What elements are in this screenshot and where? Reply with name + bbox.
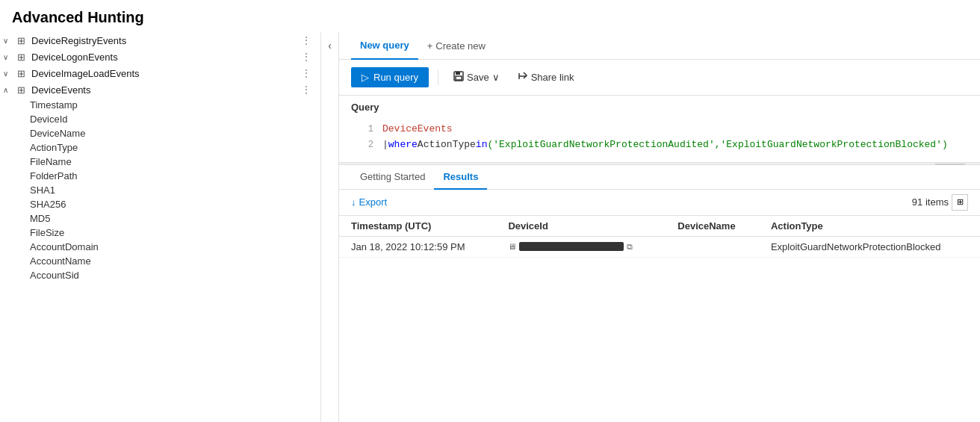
code-keyword-where: where xyxy=(388,137,418,153)
cell-devicename xyxy=(666,236,759,257)
code-editor[interactable]: 1 DeviceEvents 2 | where ActionType in (… xyxy=(351,116,968,159)
col-header: DeviceName xyxy=(666,216,759,237)
chevron-icon: ∨ xyxy=(3,69,15,78)
toolbar-separator xyxy=(438,70,438,85)
code-line-1: 1 DeviceEvents xyxy=(351,122,968,137)
save-label: Save xyxy=(467,72,489,83)
sidebar-child-item[interactable]: AccountDomain xyxy=(0,240,320,254)
resize-indicator xyxy=(935,164,965,165)
tab-getting-started[interactable]: Getting Started xyxy=(351,165,434,190)
table-icon: ⊞ xyxy=(15,35,27,46)
code-string-values: ('ExploitGuardNetworkProtectionAudited',… xyxy=(487,137,947,153)
table-header: Timestamp (UTC)DeviceIdDeviceNameActionT… xyxy=(339,216,980,237)
dots-menu-icon[interactable]: ⋮ xyxy=(298,51,314,63)
tabs-bar: New query + Create new xyxy=(339,32,980,60)
sidebar-child-item[interactable]: SHA256 xyxy=(0,197,320,211)
create-new-label: Create new xyxy=(435,40,485,52)
share-icon xyxy=(518,71,528,84)
sidebar-child-item[interactable]: Timestamp xyxy=(0,98,320,112)
computer-icon: 🖥 xyxy=(508,242,516,251)
results-table: Timestamp (UTC)DeviceIdDeviceNameActionT… xyxy=(339,216,980,422)
cell-timestamp: Jan 18, 2022 10:12:59 PM xyxy=(339,236,496,257)
results-tabs-bar: Getting Started Results xyxy=(339,165,980,190)
plus-icon: + xyxy=(427,40,433,52)
col-header: DeviceId xyxy=(496,216,666,237)
sidebar-child-item[interactable]: FileSize xyxy=(0,226,320,240)
run-query-label: Run query xyxy=(373,72,418,83)
share-link-button[interactable]: Share link xyxy=(512,68,580,87)
svg-rect-2 xyxy=(456,76,462,80)
sidebar-item-device-image-load[interactable]: ∨ ⊞ DeviceImageLoadEvents ⋮ xyxy=(0,65,320,81)
redacted-id-bar xyxy=(519,242,624,251)
table-icon: ⊞ xyxy=(15,68,27,78)
sidebar-child-item[interactable]: MD5 xyxy=(0,211,320,226)
items-count: 91 items ⊞ xyxy=(912,194,968,211)
copy-icon[interactable]: ⧉ xyxy=(627,242,633,252)
sidebar-item-label: DeviceImageLoadEvents xyxy=(31,68,140,79)
sidebar-item-label: DeviceEvents xyxy=(31,84,90,96)
svg-rect-1 xyxy=(456,72,460,75)
chevron-expanded-icon: ∧ xyxy=(3,86,15,94)
results-toolbar: ↓ Export 91 items ⊞ xyxy=(339,190,980,216)
dots-menu-icon[interactable]: ⋮ xyxy=(298,67,314,79)
sidebar-item-label: DeviceRegistryEvents xyxy=(31,35,126,46)
sidebar-child-item[interactable]: FileName xyxy=(0,155,320,169)
chevron-icon: ∨ xyxy=(3,37,15,45)
columns-picker-button[interactable]: ⊞ xyxy=(952,194,968,211)
export-icon: ↓ xyxy=(351,196,356,208)
sidebar-item-device-logon[interactable]: ∨ ⊞ DeviceLogonEvents ⋮ xyxy=(0,49,320,65)
query-label: Query xyxy=(351,102,968,113)
tab-new-query[interactable]: New query xyxy=(351,32,418,60)
dots-menu-icon[interactable]: ⋮ xyxy=(298,84,314,96)
sidebar-child-item[interactable]: DeviceId xyxy=(0,112,320,126)
page-title: Advanced Hunting xyxy=(0,0,980,32)
col-header: Timestamp (UTC) xyxy=(339,216,496,237)
sidebar-item-label: DeviceLogonEvents xyxy=(31,52,118,63)
collapse-sidebar-button[interactable]: ‹ xyxy=(321,32,339,422)
resize-handle[interactable] xyxy=(339,162,980,165)
export-button[interactable]: ↓ Export xyxy=(351,196,387,208)
results-section: Getting Started Results ↓ Export 91 item… xyxy=(339,165,980,422)
col-header: ActionType xyxy=(759,216,980,237)
code-line-2: 2 | where ActionType in ('ExploitGuardNe… xyxy=(351,137,968,153)
chevron-left-icon: ‹ xyxy=(328,40,332,52)
save-dropdown-icon: ∨ xyxy=(492,72,500,83)
sidebar-child-item[interactable]: AccountName xyxy=(0,254,320,268)
cell-actiontype: ExploitGuardNetworkProtectionBlocked xyxy=(759,236,980,257)
sidebar-child-item[interactable]: ActionType xyxy=(0,140,320,155)
sidebar-child-item[interactable]: FolderPath xyxy=(0,169,320,183)
sidebar: ∨ ⊞ DeviceRegistryEvents ⋮ ∨ ⊞ DeviceLog… xyxy=(0,32,321,422)
share-link-label: Share link xyxy=(531,72,574,83)
code-keyword-in: in xyxy=(476,137,488,153)
tab-results[interactable]: Results xyxy=(434,165,487,190)
sidebar-child-item[interactable]: DeviceName xyxy=(0,126,320,140)
run-query-button[interactable]: ▷ Run query xyxy=(351,67,429,87)
line-number-2: 2 xyxy=(351,138,373,152)
code-field: ActionType xyxy=(418,137,476,153)
code-table-name: DeviceEvents xyxy=(382,122,453,137)
sidebar-child-item[interactable]: AccountSid xyxy=(0,268,320,282)
line-number-1: 1 xyxy=(351,122,373,137)
play-icon: ▷ xyxy=(362,72,369,83)
sidebar-child-item[interactable]: SHA1 xyxy=(0,183,320,197)
table-icon: ⊞ xyxy=(15,52,27,62)
table-row: Jan 18, 2022 10:12:59 PM 🖥 ⧉ ExploitGuar… xyxy=(339,236,980,257)
query-toolbar: ▷ Run query Save ∨ xyxy=(339,60,980,96)
tab-create-new[interactable]: + Create new xyxy=(418,33,494,59)
code-pipe: | xyxy=(382,137,388,153)
query-section: Query 1 DeviceEvents 2 | where ActionTyp… xyxy=(339,96,980,162)
save-icon xyxy=(453,71,464,84)
items-count-value: 91 items xyxy=(912,196,949,208)
table-body: Jan 18, 2022 10:12:59 PM 🖥 ⧉ ExploitGuar… xyxy=(339,236,980,257)
export-label: Export xyxy=(359,196,388,208)
header-row: Timestamp (UTC)DeviceIdDeviceNameActionT… xyxy=(339,216,980,237)
dots-menu-icon[interactable]: ⋮ xyxy=(298,34,314,46)
sidebar-item-device-registry[interactable]: ∨ ⊞ DeviceRegistryEvents ⋮ xyxy=(0,32,320,49)
device-events-children: TimestampDeviceIdDeviceNameActionTypeFil… xyxy=(0,98,320,282)
data-table: Timestamp (UTC)DeviceIdDeviceNameActionT… xyxy=(339,216,980,258)
table-icon: ⊞ xyxy=(15,84,27,95)
cell-deviceid: 🖥 ⧉ xyxy=(496,236,666,257)
save-button[interactable]: Save ∨ xyxy=(447,68,506,87)
chevron-icon: ∨ xyxy=(3,53,15,61)
sidebar-item-device-events[interactable]: ∧ ⊞ DeviceEvents ⋮ xyxy=(0,81,320,98)
